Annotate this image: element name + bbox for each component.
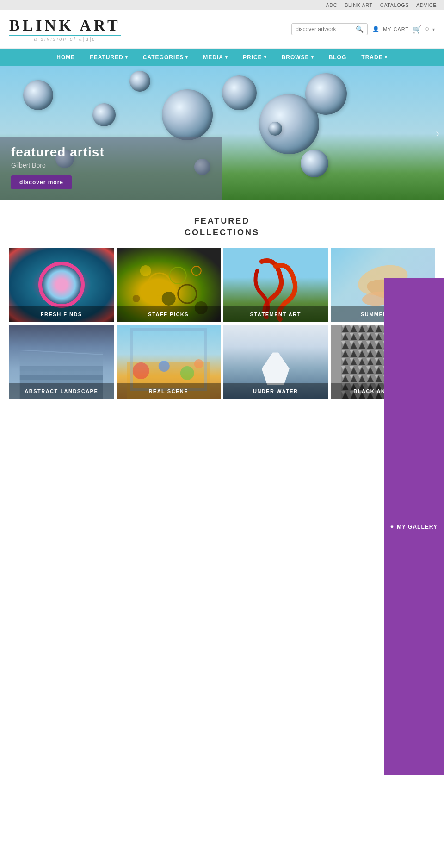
- collection-label-bar: UNDER WATER: [223, 383, 328, 399]
- collection-label: REAL SCENE: [148, 388, 188, 394]
- hero-next-arrow[interactable]: ›: [436, 127, 439, 140]
- search-input[interactable]: [296, 26, 356, 32]
- sphere-decoration: [268, 122, 282, 136]
- collection-statement-art[interactable]: STATEMENT ART: [223, 248, 328, 322]
- collection-label-bar: STAFF PICKS: [117, 306, 221, 322]
- featured-collections: FEATURED COLLECTIONS FRESH FINDS: [0, 200, 444, 408]
- logo[interactable]: BLINK ART a division of a|d|c: [9, 17, 121, 42]
- cart-count: 0: [426, 26, 429, 32]
- collection-label: ABSTRACT LANDSCAPE: [25, 388, 98, 394]
- hero-title: featured artist: [11, 145, 211, 160]
- collection-label: UNDER WATER: [253, 388, 298, 394]
- topbar-link-blinkart[interactable]: BLINK ART: [345, 2, 373, 8]
- search-box: 🔍: [291, 23, 368, 35]
- search-button[interactable]: 🔍: [356, 25, 364, 33]
- chevron-down-icon[interactable]: ▾: [432, 27, 435, 32]
- hero-artist-name: Gilbert Boro: [11, 162, 211, 169]
- collection-abstract-landscape[interactable]: ABSTRACT LANDSCAPE: [9, 325, 114, 399]
- nav-browse[interactable]: BROWSE ▾: [274, 49, 321, 66]
- svg-point-18: [180, 366, 194, 380]
- svg-point-3: [178, 285, 196, 303]
- account-icon[interactable]: 👤: [372, 26, 379, 32]
- nav-trade[interactable]: TRADE ▾: [354, 49, 395, 66]
- collection-label-bar: ABSTRACT LANDSCAPE: [9, 383, 114, 399]
- svg-point-2: [140, 265, 151, 276]
- sphere-decoration: [222, 75, 257, 110]
- heart-icon: ♥: [390, 524, 394, 530]
- nav-featured[interactable]: FEATURED ▾: [82, 49, 135, 66]
- collection-label: STAFF PICKS: [148, 312, 189, 317]
- top-bar: ADC BLINK ART CATALOGS ADVICE: [0, 0, 444, 10]
- sphere-decoration: [301, 150, 328, 177]
- sphere-decoration: [305, 73, 347, 115]
- collection-fresh-finds[interactable]: FRESH FINDS: [9, 248, 114, 322]
- collection-label: STATEMENT ART: [250, 312, 301, 317]
- browse-chevron: ▾: [311, 55, 314, 60]
- main-nav: HOME FEATURED ▾ CATEGORIES ▾ MEDIA ▾ PRI…: [0, 49, 444, 66]
- svg-point-19: [194, 359, 203, 368]
- logo-title: BLINK ART: [9, 17, 121, 34]
- cart-label: MY CART: [383, 26, 409, 32]
- collection-label: FRESH FINDS: [41, 312, 82, 317]
- topbar-link-advice[interactable]: ADVICE: [416, 2, 437, 8]
- collection-real-scene[interactable]: REAL SCENE: [117, 325, 221, 399]
- svg-point-17: [158, 361, 169, 372]
- svg-point-5: [132, 295, 140, 302]
- collections-title: FEATURED COLLECTIONS: [9, 215, 435, 238]
- collection-label-bar: FRESH FINDS: [9, 306, 114, 322]
- hero-overlay: featured artist Gilbert Boro discover mo…: [0, 137, 222, 200]
- topbar-link-catalogs[interactable]: CATALOGS: [380, 2, 409, 8]
- categories-chevron: ▾: [185, 55, 188, 60]
- collection-label-bar: STATEMENT ART: [223, 306, 328, 322]
- my-gallery-button[interactable]: ♥ MY GALLERY: [384, 278, 444, 775]
- media-chevron: ▾: [225, 55, 228, 60]
- sphere-decoration: [130, 71, 150, 92]
- header-icons: 👤 MY CART 🛒 0 ▾: [372, 25, 435, 34]
- nav-home[interactable]: HOME: [49, 49, 82, 66]
- my-gallery-label: MY GALLERY: [397, 524, 438, 530]
- nav-media[interactable]: MEDIA ▾: [196, 49, 235, 66]
- price-chevron: ▾: [264, 55, 267, 60]
- nav-categories[interactable]: CATEGORIES ▾: [136, 49, 196, 66]
- collection-label-bar: REAL SCENE: [117, 383, 221, 399]
- collections-grid: FRESH FINDS STAFF PICKS: [9, 248, 435, 399]
- svg-point-16: [132, 362, 149, 379]
- topbar-link-adc[interactable]: ADC: [326, 2, 337, 8]
- collection-staff-picks[interactable]: STAFF PICKS: [117, 248, 221, 322]
- svg-point-4: [161, 292, 175, 306]
- site-header: BLINK ART a division of a|d|c 🔍 👤 MY CAR…: [0, 10, 444, 49]
- svg-point-6: [191, 266, 201, 275]
- featured-chevron: ▾: [125, 55, 128, 60]
- hero-banner: featured artist Gilbert Boro discover mo…: [0, 66, 444, 200]
- header-right: 🔍 👤 MY CART 🛒 0 ▾: [291, 23, 435, 35]
- sphere-decoration: [23, 80, 53, 110]
- sphere-decoration: [92, 103, 116, 126]
- cart-icon[interactable]: 🛒: [413, 25, 422, 34]
- nav-blog[interactable]: BLOG: [321, 49, 354, 66]
- svg-point-1: [169, 267, 186, 284]
- sphere-decoration: [162, 89, 213, 140]
- trade-chevron: ▾: [385, 55, 388, 60]
- collection-under-water[interactable]: UNDER WATER: [223, 325, 328, 399]
- discover-more-button[interactable]: discover more: [11, 175, 72, 189]
- mandala-decoration: [38, 262, 85, 308]
- logo-subtitle: a division of a|d|c: [9, 37, 121, 42]
- nav-price[interactable]: PRICE ▾: [235, 49, 274, 66]
